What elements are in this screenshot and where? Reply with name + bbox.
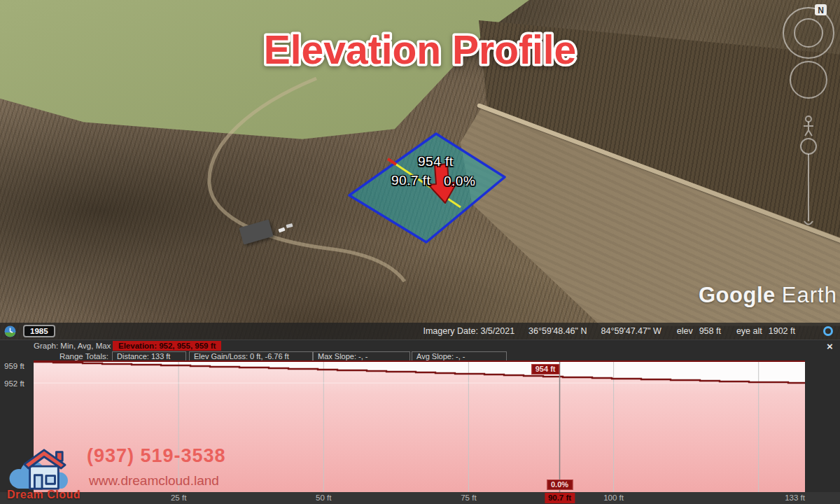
marker-distance-badge: 90.7 ft [545, 493, 575, 503]
path-slope-label: 0.0% [444, 174, 475, 189]
zoom-control[interactable] [801, 139, 816, 154]
elevation-stats-badge: Elevation: 952, 955, 959 ft [113, 341, 221, 351]
orbit-ring-icon [823, 326, 833, 336]
y-axis-tick-max: 959 ft [4, 362, 24, 370]
longitude-value: 84°59'47.47" W [601, 326, 662, 336]
brand-phone: (937) 519-3538 [87, 445, 226, 467]
latitude-value: 36°59'48.46" N [528, 326, 587, 336]
dream-cloud-logo [4, 446, 83, 491]
google-earth-watermark: GoogleEarth [699, 283, 837, 308]
compass-inner-ring[interactable] [794, 19, 822, 47]
close-panel-button[interactable]: × [827, 340, 833, 352]
google-wordmark: Google [699, 283, 776, 307]
marker-elevation-badge: 954 ft [531, 364, 560, 374]
navigation-controls[interactable]: N [776, 3, 840, 241]
historical-imagery-icon[interactable] [4, 326, 16, 337]
elev-label: elev [677, 326, 693, 336]
pegman-body[interactable] [804, 122, 813, 136]
elevation-profile-panel: Graph: Min, Avg, Max Elevation: 952, 955… [0, 340, 840, 504]
imagery-date: Imagery Date: 3/5/2021 [423, 326, 514, 336]
look-joystick-control[interactable] [790, 62, 827, 98]
brand-website: www.dreamcloud.land [89, 473, 219, 489]
house-icon [24, 450, 65, 489]
y-axis-tick-min: 952 ft [4, 379, 24, 388]
graph-stats-label: Graph: Min, Avg, Max [34, 342, 111, 350]
eye-alt-value: 1902 ft [769, 326, 795, 336]
pegman-icon[interactable] [806, 116, 811, 122]
x-axis-tick: 75 ft [461, 493, 476, 502]
map-viewport[interactable]: Elevation Profile 954 ft 90.7 ft 0.0% [0, 0, 840, 340]
elevation-chart-plot[interactable]: 954 ft 0.0% [34, 360, 805, 492]
x-axis-tick: 50 ft [316, 493, 331, 502]
compass-north-label: N [818, 6, 824, 15]
marker-slope-badge: 0.0% [547, 479, 573, 490]
x-axis-tick: 133 ft [785, 493, 805, 502]
brand-name: Dream Cloud [7, 489, 80, 501]
eye-alt-label: eye alt [736, 326, 762, 336]
status-bar: 1985 Imagery Date: 3/5/2021 36°59'48.46"… [0, 323, 840, 340]
earth-wordmark: Earth [782, 283, 837, 307]
x-axis-tick: 25 ft [171, 493, 186, 502]
range-totals-label: Range Totals: [34, 352, 108, 360]
path-distance-label: 90.7 ft [391, 173, 430, 188]
path-elevation-label: 954 ft [418, 154, 454, 169]
x-axis-tick: 100 ft [603, 493, 624, 502]
imagery-year-badge[interactable]: 1985 [23, 325, 55, 337]
compass-control[interactable] [783, 8, 834, 58]
elev-value: 958 ft [699, 326, 721, 336]
x-axis: 90.7 ft 25 ft50 ft75 ft100 ft133 ft [0, 492, 840, 504]
google-earth-window: Elevation Profile 954 ft 90.7 ft 0.0% [0, 0, 840, 504]
zoom-slider-end[interactable] [804, 221, 813, 225]
